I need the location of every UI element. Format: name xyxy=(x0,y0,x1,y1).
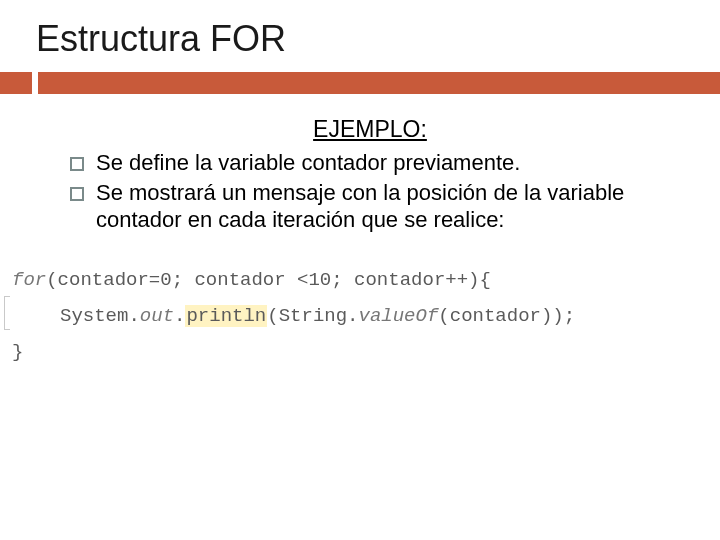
code-line: } xyxy=(12,334,708,370)
example-heading: EJEMPLO: xyxy=(60,116,680,143)
code-text: . xyxy=(174,305,185,327)
code-block: for(contador=0; contador <10; contador++… xyxy=(0,262,720,370)
code-gutter xyxy=(4,296,10,330)
code-valueof: valueOf xyxy=(359,305,439,327)
code-out: out xyxy=(140,305,174,327)
code-highlight: println xyxy=(185,305,267,327)
code-line: for(contador=0; contador <10; contador++… xyxy=(12,262,708,298)
keyword-for: for xyxy=(12,269,46,291)
accent-bar-main xyxy=(38,72,720,94)
accent-bar-small xyxy=(0,72,32,94)
accent-bar xyxy=(0,72,720,94)
content-area: EJEMPLO: Se define la variable contador … xyxy=(0,116,720,234)
bullet-list: Se define la variable contador previamen… xyxy=(60,149,680,234)
slide-title: Estructura FOR xyxy=(0,18,720,60)
slide: Estructura FOR EJEMPLO: Se define la var… xyxy=(0,0,720,540)
code-text: System. xyxy=(60,305,140,327)
list-item: Se mostrará un mensaje con la posición d… xyxy=(70,179,680,234)
list-item: Se define la variable contador previamen… xyxy=(70,149,680,177)
code-line: System.out.println(String.valueOf(contad… xyxy=(12,298,708,334)
code-text: (contador=0; contador <10; contador++){ xyxy=(46,269,491,291)
code-text: (String. xyxy=(267,305,358,327)
code-text: (contador)); xyxy=(438,305,575,327)
